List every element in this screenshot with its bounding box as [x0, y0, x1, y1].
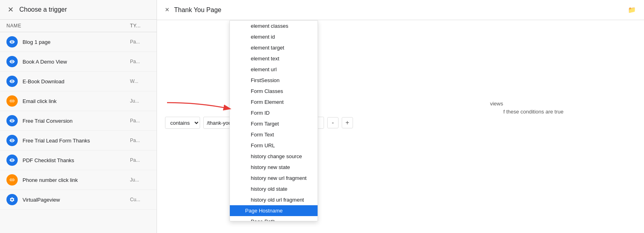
- trigger-type: Ju...: [130, 98, 150, 104]
- dropdown-item[interactable]: FirstSession: [230, 75, 318, 86]
- trigger-item[interactable]: Free Trial ConversionPa...: [0, 111, 157, 131]
- modal-header: × Thank You Page 📁: [157, 0, 644, 20]
- dropdown-item[interactable]: element url: [230, 64, 318, 75]
- dropdown-overlay: element classeselement idelement targete…: [229, 20, 318, 221]
- dropdown-item[interactable]: history old state: [230, 184, 318, 194]
- dropdown-item[interactable]: Page Hostname: [230, 205, 318, 216]
- dropdown-item[interactable]: history change source: [230, 151, 318, 162]
- views-label: views: [490, 101, 503, 107]
- add-condition-button[interactable]: +: [342, 117, 353, 128]
- trigger-name: E-Book Download: [23, 78, 130, 85]
- trigger-name: Blog 1 page: [23, 39, 130, 45]
- dropdown-item[interactable]: history new url fragment: [230, 173, 318, 184]
- dropdown-item[interactable]: element target: [230, 42, 318, 53]
- trigger-item[interactable]: Email click linkJu...: [0, 91, 157, 111]
- col-name-header: Name: [6, 23, 130, 29]
- trigger-icon-link: [6, 95, 18, 107]
- left-panel-table-header: Name Ty...: [0, 20, 157, 32]
- trigger-type: Pa...: [130, 138, 150, 143]
- dropdown-item[interactable]: Form Classes: [230, 86, 318, 97]
- trigger-name: Email click link: [23, 98, 130, 104]
- col-type-header: Ty...: [130, 23, 150, 29]
- trigger-name: Free Trial Conversion: [23, 118, 130, 124]
- trigger-type: Ju...: [130, 177, 150, 183]
- trigger-type: Pa...: [130, 118, 150, 124]
- trigger-item[interactable]: Book A Demo ViewPa...: [0, 52, 157, 72]
- trigger-item[interactable]: PDF Checklist ThanksPa...: [0, 151, 157, 170]
- dropdown-item[interactable]: Form Element: [230, 97, 318, 107]
- operator-select[interactable]: contains: [165, 117, 200, 129]
- trigger-icon-gear: [6, 194, 18, 205]
- dropdown-item[interactable]: Form Target: [230, 118, 318, 129]
- trigger-type: Cu...: [130, 197, 150, 202]
- dropdown-item[interactable]: Form Text: [230, 129, 318, 140]
- trigger-name: Free Trial Lead Form Thanks: [23, 138, 130, 144]
- dropdown-item[interactable]: Form URL: [230, 140, 318, 151]
- remove-condition-button[interactable]: -: [327, 117, 339, 128]
- trigger-item[interactable]: Free Trial Lead Form ThanksPa...: [0, 131, 157, 151]
- trigger-icon-link: [6, 174, 18, 186]
- modal-panel: × Thank You Page 📁 views f these conditi…: [157, 0, 644, 233]
- trigger-type: Pa...: [130, 59, 150, 64]
- conditions-label: f these conditions are true: [503, 109, 564, 115]
- dropdown-item[interactable]: element text: [230, 53, 318, 64]
- trigger-icon-eye: [6, 155, 18, 166]
- trigger-item[interactable]: VirtualPageviewCu...: [0, 190, 157, 210]
- modal-content: views f these conditions are true contai…: [157, 20, 644, 233]
- dropdown-item[interactable]: Form ID: [230, 107, 318, 118]
- dropdown-item[interactable]: element id: [230, 31, 318, 42]
- dropdown-item[interactable]: history old url fragment: [230, 194, 318, 205]
- left-panel-header: ✕ Choose a trigger: [0, 0, 157, 20]
- trigger-type: Pa...: [130, 39, 150, 45]
- trigger-icon-eye: [6, 36, 18, 47]
- trigger-name: Book A Demo View: [23, 59, 130, 65]
- left-panel: ✕ Choose a trigger Name Ty... Blog 1 pag…: [0, 0, 157, 233]
- dropdown-item[interactable]: element classes: [230, 21, 318, 31]
- trigger-item[interactable]: Phone number click linkJu...: [0, 170, 157, 190]
- trigger-name: PDF Checklist Thanks: [23, 157, 130, 163]
- dropdown-item[interactable]: history new state: [230, 162, 318, 173]
- trigger-icon-eye: [6, 115, 18, 126]
- modal-folder-icon[interactable]: 📁: [628, 6, 636, 14]
- trigger-list: Blog 1 pagePa...Book A Demo ViewPa...E-B…: [0, 32, 157, 233]
- trigger-icon-eye: [6, 56, 18, 67]
- trigger-item[interactable]: Blog 1 pagePa...: [0, 32, 157, 52]
- trigger-item[interactable]: E-Book DownloadW...: [0, 72, 157, 91]
- trigger-type: W...: [130, 78, 150, 84]
- left-panel-title: Choose a trigger: [19, 6, 67, 13]
- trigger-name: Phone number click link: [23, 177, 130, 183]
- modal-title: Thank You Page: [174, 6, 628, 14]
- trigger-icon-eye: [6, 135, 18, 146]
- modal-close-icon[interactable]: ×: [165, 6, 169, 14]
- trigger-name: VirtualPageview: [23, 197, 130, 203]
- dropdown-item[interactable]: Page Path: [230, 216, 318, 221]
- left-panel-close-icon[interactable]: ✕: [6, 6, 14, 14]
- trigger-icon-eye: [6, 76, 18, 87]
- main-area: SAVE ⋮ × Thank You Page 📁 views: [157, 0, 644, 233]
- trigger-type: Pa...: [130, 157, 150, 163]
